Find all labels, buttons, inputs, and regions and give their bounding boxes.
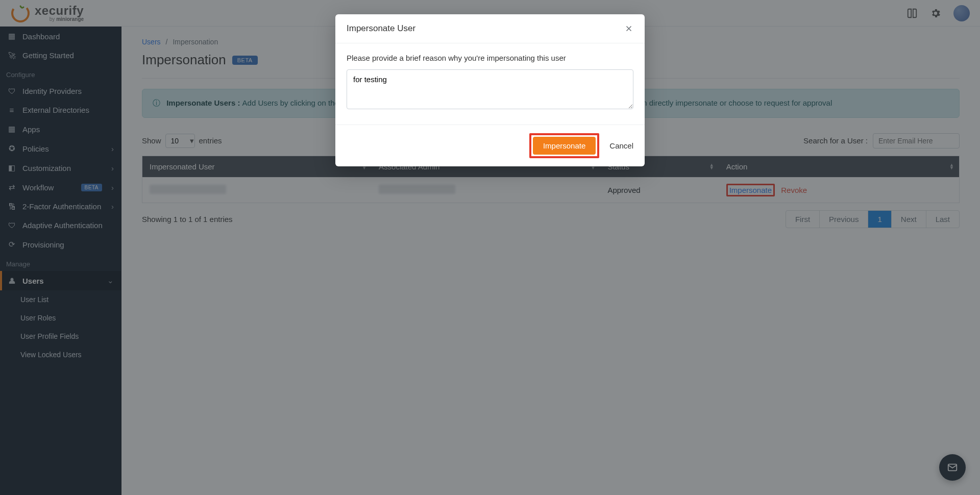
impersonate-modal: Impersonate User Please provide a brief …	[335, 14, 645, 166]
close-icon[interactable]	[624, 24, 633, 33]
modal-footer: Impersonate Cancel	[335, 125, 645, 166]
modal-title: Impersonate User	[347, 23, 415, 34]
impersonate-highlight: Impersonate	[529, 133, 599, 158]
modal-body: Please provide a brief reason why you're…	[335, 43, 645, 125]
cancel-button[interactable]: Cancel	[609, 141, 633, 150]
modal-prompt: Please provide a brief reason why you're…	[347, 54, 633, 62]
reason-textarea[interactable]	[347, 69, 633, 109]
impersonate-button[interactable]: Impersonate	[533, 137, 596, 155]
modal-header: Impersonate User	[335, 14, 645, 43]
